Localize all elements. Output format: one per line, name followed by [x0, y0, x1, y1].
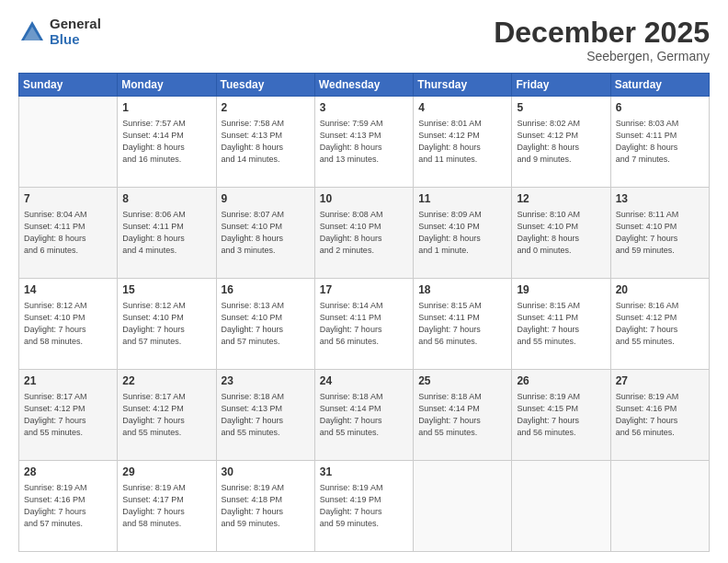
day-info: Sunrise: 8:11 AMSunset: 4:10 PMDaylight:… [616, 209, 705, 257]
day-number: 15 [122, 282, 211, 298]
day-number: 19 [517, 282, 606, 298]
calendar-cell: 7Sunrise: 8:04 AMSunset: 4:11 PMDaylight… [19, 188, 118, 279]
day-info: Sunrise: 8:02 AMSunset: 4:12 PMDaylight:… [517, 118, 606, 166]
calendar-cell: 26Sunrise: 8:19 AMSunset: 4:15 PMDayligh… [512, 370, 610, 461]
main-title: December 2025 [494, 17, 710, 49]
weekday-header-saturday: Saturday [610, 74, 709, 97]
day-number: 2 [222, 100, 311, 116]
day-number: 10 [320, 191, 409, 207]
day-number: 6 [616, 100, 705, 116]
day-number: 9 [222, 191, 311, 207]
subtitle: Seebergen, Germany [494, 49, 710, 63]
day-info: Sunrise: 8:19 AMSunset: 4:19 PMDaylight:… [320, 482, 409, 530]
day-info: Sunrise: 8:01 AMSunset: 4:12 PMDaylight:… [418, 118, 507, 166]
day-number: 4 [418, 100, 507, 116]
calendar-cell [414, 461, 512, 552]
calendar-cell: 17Sunrise: 8:14 AMSunset: 4:11 PMDayligh… [314, 279, 413, 370]
week-row-3: 14Sunrise: 8:12 AMSunset: 4:10 PMDayligh… [19, 279, 710, 370]
calendar-cell: 24Sunrise: 8:18 AMSunset: 4:14 PMDayligh… [314, 370, 413, 461]
day-info: Sunrise: 8:18 AMSunset: 4:14 PMDaylight:… [320, 391, 409, 439]
calendar-cell: 4Sunrise: 8:01 AMSunset: 4:12 PMDaylight… [414, 97, 512, 188]
day-info: Sunrise: 8:19 AMSunset: 4:16 PMDaylight:… [24, 482, 113, 530]
weekday-header-row: SundayMondayTuesdayWednesdayThursdayFrid… [19, 74, 710, 97]
day-number: 16 [222, 282, 311, 298]
day-number: 1 [122, 100, 211, 116]
day-info: Sunrise: 8:12 AMSunset: 4:10 PMDaylight:… [24, 300, 113, 348]
calendar-cell: 1Sunrise: 7:57 AMSunset: 4:14 PMDaylight… [118, 97, 216, 188]
calendar-cell: 9Sunrise: 8:07 AMSunset: 4:10 PMDaylight… [216, 188, 314, 279]
day-info: Sunrise: 8:09 AMSunset: 4:10 PMDaylight:… [418, 209, 507, 257]
week-row-1: 1Sunrise: 7:57 AMSunset: 4:14 PMDaylight… [19, 97, 710, 188]
calendar-cell: 31Sunrise: 8:19 AMSunset: 4:19 PMDayligh… [314, 461, 413, 552]
day-info: Sunrise: 8:08 AMSunset: 4:10 PMDaylight:… [320, 209, 409, 257]
calendar-cell: 8Sunrise: 8:06 AMSunset: 4:11 PMDaylight… [118, 188, 216, 279]
calendar-table: SundayMondayTuesdayWednesdayThursdayFrid… [18, 73, 710, 552]
day-info: Sunrise: 8:18 AMSunset: 4:14 PMDaylight:… [418, 391, 507, 439]
day-number: 13 [616, 191, 705, 207]
day-number: 7 [24, 191, 113, 207]
day-number: 3 [320, 100, 409, 116]
day-info: Sunrise: 8:16 AMSunset: 4:12 PMDaylight:… [616, 300, 705, 348]
calendar-cell: 20Sunrise: 8:16 AMSunset: 4:12 PMDayligh… [610, 279, 709, 370]
week-row-5: 28Sunrise: 8:19 AMSunset: 4:16 PMDayligh… [19, 461, 710, 552]
day-info: Sunrise: 8:12 AMSunset: 4:10 PMDaylight:… [122, 300, 211, 348]
weekday-header-thursday: Thursday [414, 74, 512, 97]
day-number: 27 [616, 373, 705, 389]
title-block: December 2025 Seebergen, Germany [494, 17, 710, 63]
weekday-header-sunday: Sunday [19, 74, 118, 97]
day-info: Sunrise: 8:19 AMSunset: 4:15 PMDaylight:… [517, 391, 606, 439]
logo: General Blue [18, 17, 101, 47]
week-row-4: 21Sunrise: 8:17 AMSunset: 4:12 PMDayligh… [19, 370, 710, 461]
day-number: 5 [517, 100, 606, 116]
logo-icon [18, 18, 46, 46]
day-info: Sunrise: 8:06 AMSunset: 4:11 PMDaylight:… [122, 209, 211, 257]
week-row-2: 7Sunrise: 8:04 AMSunset: 4:11 PMDaylight… [19, 188, 710, 279]
calendar-cell: 27Sunrise: 8:19 AMSunset: 4:16 PMDayligh… [610, 370, 709, 461]
day-info: Sunrise: 8:13 AMSunset: 4:10 PMDaylight:… [222, 300, 311, 348]
day-number: 14 [24, 282, 113, 298]
day-info: Sunrise: 8:15 AMSunset: 4:11 PMDaylight:… [418, 300, 507, 348]
calendar-cell: 16Sunrise: 8:13 AMSunset: 4:10 PMDayligh… [216, 279, 314, 370]
calendar-cell: 22Sunrise: 8:17 AMSunset: 4:12 PMDayligh… [118, 370, 216, 461]
day-info: Sunrise: 8:17 AMSunset: 4:12 PMDaylight:… [24, 391, 113, 439]
day-number: 12 [517, 191, 606, 207]
calendar-cell: 14Sunrise: 8:12 AMSunset: 4:10 PMDayligh… [19, 279, 118, 370]
weekday-header-friday: Friday [512, 74, 610, 97]
calendar-cell [19, 97, 118, 188]
day-number: 21 [24, 373, 113, 389]
calendar-cell: 12Sunrise: 8:10 AMSunset: 4:10 PMDayligh… [512, 188, 610, 279]
logo-general-label: General [50, 17, 101, 32]
calendar-cell: 30Sunrise: 8:19 AMSunset: 4:18 PMDayligh… [216, 461, 314, 552]
calendar-cell: 6Sunrise: 8:03 AMSunset: 4:11 PMDaylight… [610, 97, 709, 188]
day-number: 24 [320, 373, 409, 389]
calendar-cell: 11Sunrise: 8:09 AMSunset: 4:10 PMDayligh… [414, 188, 512, 279]
weekday-header-wednesday: Wednesday [314, 74, 413, 97]
weekday-header-monday: Monday [118, 74, 216, 97]
calendar-cell: 13Sunrise: 8:11 AMSunset: 4:10 PMDayligh… [610, 188, 709, 279]
header: General Blue December 2025 Seebergen, Ge… [18, 17, 710, 63]
day-number: 20 [616, 282, 705, 298]
day-info: Sunrise: 8:18 AMSunset: 4:13 PMDaylight:… [222, 391, 311, 439]
day-number: 25 [418, 373, 507, 389]
calendar-cell [610, 461, 709, 552]
day-info: Sunrise: 8:17 AMSunset: 4:12 PMDaylight:… [122, 391, 211, 439]
logo-blue-label: Blue [50, 32, 101, 48]
calendar-cell: 29Sunrise: 8:19 AMSunset: 4:17 PMDayligh… [118, 461, 216, 552]
day-info: Sunrise: 8:03 AMSunset: 4:11 PMDaylight:… [616, 118, 705, 166]
day-number: 31 [320, 465, 409, 480]
calendar-cell: 28Sunrise: 8:19 AMSunset: 4:16 PMDayligh… [19, 461, 118, 552]
day-info: Sunrise: 7:59 AMSunset: 4:13 PMDaylight:… [320, 118, 409, 166]
logo-text: General Blue [50, 17, 101, 47]
calendar-cell: 3Sunrise: 7:59 AMSunset: 4:13 PMDaylight… [314, 97, 413, 188]
calendar-cell: 23Sunrise: 8:18 AMSunset: 4:13 PMDayligh… [216, 370, 314, 461]
calendar-cell: 19Sunrise: 8:15 AMSunset: 4:11 PMDayligh… [512, 279, 610, 370]
day-number: 22 [122, 373, 211, 389]
day-info: Sunrise: 8:10 AMSunset: 4:10 PMDaylight:… [517, 209, 606, 257]
weekday-header-tuesday: Tuesday [216, 74, 314, 97]
calendar-cell: 5Sunrise: 8:02 AMSunset: 4:12 PMDaylight… [512, 97, 610, 188]
calendar-cell: 15Sunrise: 8:12 AMSunset: 4:10 PMDayligh… [118, 279, 216, 370]
day-number: 8 [122, 191, 211, 207]
day-number: 18 [418, 282, 507, 298]
day-number: 28 [24, 465, 113, 480]
day-info: Sunrise: 8:14 AMSunset: 4:11 PMDaylight:… [320, 300, 409, 348]
